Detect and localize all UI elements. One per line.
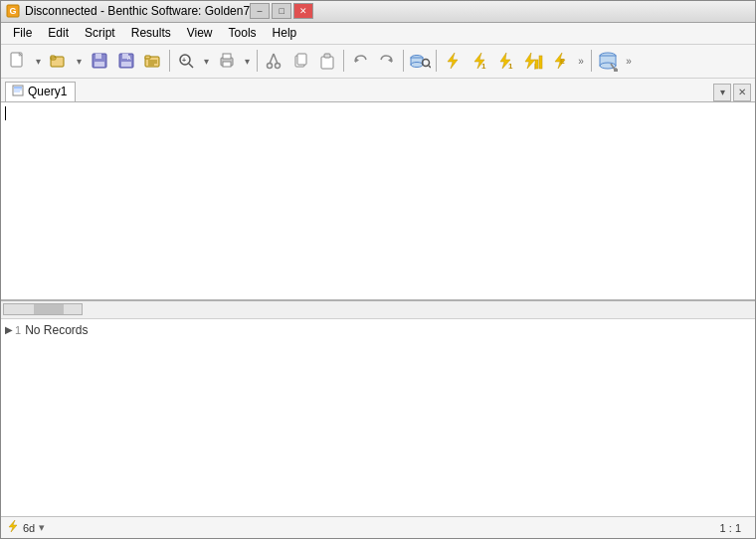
status-lightning-icon [7,519,19,536]
minimize-button[interactable]: – [250,3,270,19]
run-button-1[interactable] [440,48,466,74]
svg-marker-40 [448,53,458,69]
new-dropdown[interactable]: ▾ [31,48,45,74]
print-button[interactable] [214,48,240,74]
status-left: 6d ▾ [7,519,720,536]
svg-rect-8 [95,54,101,59]
run-button-3[interactable]: 1 [493,48,519,74]
db-overflow[interactable]: » [622,48,636,74]
no-records-text: No Records [25,323,88,337]
svg-rect-6 [51,56,55,58]
new-btn-group: ▾ [5,48,45,74]
sep4 [403,50,404,72]
folder-button[interactable] [140,48,166,74]
menu-bar: File Edit Script Results View Tools Help [1,23,755,45]
status-label: 6d [23,522,35,534]
save-button[interactable] [87,48,112,74]
svg-text:1: 1 [481,62,486,70]
sep5 [436,50,437,72]
svg-point-25 [268,64,273,69]
undo-button[interactable] [347,48,373,74]
tab-close-button[interactable]: ✕ [733,84,751,101]
tab-controls: ▾ ✕ [713,84,751,101]
svg-rect-12 [121,62,131,67]
svg-line-39 [429,66,431,68]
editor-cursor [5,106,6,120]
results-scrollbar [1,301,755,319]
svg-rect-31 [321,57,333,69]
main-area: Query1 ▾ ✕ ▶ 1 No Records [1,79,755,516]
app-icon: G [5,3,21,19]
menu-tools[interactable]: Tools [221,24,265,42]
search-button[interactable]: + [173,48,199,74]
sep2 [257,50,258,72]
status-position: 1 : 1 [720,522,749,534]
results-area: ▶ 1 No Records [1,319,755,516]
query-tabs: Query1 ▾ ✕ [1,79,755,102]
horizontal-scrollbar[interactable] [3,303,83,315]
results-content: ▶ 1 No Records [1,319,755,341]
title-text: Disconnected - Benthic Software: Golden7 [25,4,250,18]
svg-rect-24 [223,62,231,67]
open-button[interactable] [46,48,72,74]
svg-rect-32 [324,54,330,58]
search-btn-group: + ▾ [173,48,213,74]
run-button-4[interactable]: | [520,48,546,74]
menu-view[interactable]: View [179,24,221,42]
print-btn-group: ▾ [214,48,254,74]
title-bar: G Disconnected - Benthic Software: Golde… [1,1,755,23]
svg-rect-47 [539,56,542,69]
print-dropdown[interactable]: ▾ [240,48,254,74]
svg-point-26 [276,64,281,69]
status-bar: 6d ▾ 1 : 1 [1,516,755,538]
toolbar-overflow[interactable]: » [574,48,588,74]
svg-text:|: | [534,63,536,70]
window-controls: – □ ✕ [250,3,313,19]
menu-help[interactable]: Help [265,24,305,42]
svg-text:E: E [560,58,565,65]
maximize-button[interactable]: □ [272,3,291,19]
svg-line-20 [189,64,193,68]
find-db-button[interactable] [407,48,433,74]
query-tab-1[interactable]: Query1 [5,82,76,101]
menu-results[interactable]: Results [123,24,179,42]
status-dropdown-icon[interactable]: ▾ [39,521,45,534]
search-dropdown[interactable]: ▾ [199,48,213,74]
row-number: 1 [15,324,21,336]
query-tab-icon [12,85,24,98]
svg-rect-15 [145,56,150,59]
close-button[interactable]: ✕ [293,3,313,19]
paste-button[interactable] [314,48,340,74]
row-arrow-icon: ▶ [5,324,13,335]
copy-button[interactable] [287,48,313,74]
tab-dropdown-button[interactable]: ▾ [713,84,731,101]
sep3 [343,50,344,72]
redo-button[interactable] [374,48,400,74]
open-btn-group: ▾ [46,48,86,74]
run-button-5[interactable]: E [547,48,573,74]
svg-rect-23 [223,54,231,59]
svg-text:A: A [127,55,131,61]
save-as-button[interactable]: A [113,48,139,74]
cut-button[interactable] [261,48,286,74]
db-connect-button[interactable] [595,48,621,74]
svg-marker-62 [9,520,17,532]
svg-point-38 [423,60,430,67]
new-button[interactable] [5,48,31,74]
window-frame: G Disconnected - Benthic Software: Golde… [0,0,756,539]
open-dropdown[interactable]: ▾ [72,48,86,74]
editor-area[interactable] [1,102,755,301]
menu-edit[interactable]: Edit [40,24,77,42]
scroll-thumb [34,304,64,314]
svg-point-37 [411,63,423,68]
menu-script[interactable]: Script [77,24,123,42]
svg-text:1: 1 [508,62,513,70]
query-tab-label: Query1 [28,85,67,98]
svg-line-28 [274,54,278,64]
run-button-2[interactable]: 1 [467,48,492,74]
menu-file[interactable]: File [5,24,40,42]
svg-text:G: G [9,6,16,16]
toolbar: ▾ ▾ [1,45,755,79]
svg-line-27 [270,54,274,64]
svg-rect-9 [94,62,104,67]
